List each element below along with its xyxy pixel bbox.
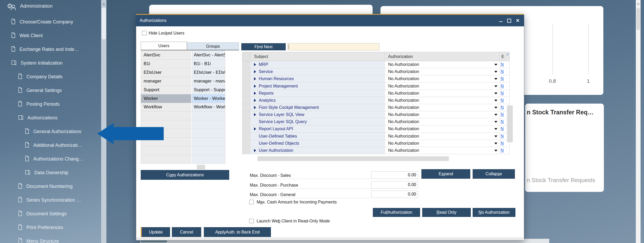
row-selector-cell[interactable] [242, 147, 251, 154]
expand-triangle-icon[interactable] [254, 149, 256, 152]
row-selector-cell[interactable] [242, 140, 251, 147]
authorization-dropdown[interactable]: No Authorization [385, 104, 500, 111]
authorization-link[interactable]: N [501, 69, 504, 74]
user-description-cell[interactable]: EDsUser - EDsU [192, 68, 225, 77]
dropdown-arrow-icon[interactable] [494, 121, 497, 123]
subject-cell[interactable]: Service [251, 68, 385, 75]
dropdown-arrow-icon[interactable] [494, 114, 497, 116]
user-code-cell[interactable]: B1i [141, 60, 192, 68]
expand-triangle-icon[interactable] [254, 85, 256, 88]
authorization-dropdown[interactable]: No Authorization [385, 75, 500, 82]
user-row-empty[interactable] [141, 146, 225, 155]
discount-value-field[interactable]: 0.00 [371, 181, 418, 188]
update-button[interactable]: Update [141, 227, 170, 237]
authorization-link[interactable]: N [501, 76, 504, 81]
authorization-link[interactable]: N [501, 91, 504, 96]
authorization-dropdown[interactable]: No Authorization [385, 82, 500, 89]
sidebar-item-web-client[interactable]: Web Client [0, 29, 101, 42]
launch-web-client-checkbox[interactable] [249, 219, 254, 223]
authorization-dropdown[interactable]: No Authorization [385, 118, 500, 125]
authorization-dropdown[interactable]: No Authorization [385, 61, 500, 68]
sidebar-item-menu-structure[interactable]: Menu Structure [0, 234, 101, 243]
no-authorization-button[interactable]: No Authorization [473, 208, 515, 217]
expand-triangle-icon[interactable] [254, 113, 256, 116]
user-description-cell[interactable]: B1i - B1i [192, 60, 225, 68]
collapse-button[interactable]: Collapse [473, 169, 515, 179]
user-code-cell[interactable] [141, 111, 192, 120]
subject-cell[interactable]: Service Layer SQL Query [251, 118, 385, 125]
user-row-support[interactable]: SupportSupport - Suppo [141, 86, 225, 94]
user-code-cell[interactable]: AlertSvc [141, 51, 192, 59]
full-authorization-button[interactable]: Full Authorization [373, 208, 420, 217]
authorization-column-header[interactable]: Authorization [385, 52, 500, 61]
expand-triangle-icon[interactable] [254, 92, 256, 95]
sidebar-item-posting-periods[interactable]: Posting Periods [0, 97, 101, 111]
sidebar-item-exchange-rates-and-inde[interactable]: Exchange Rates and Inde… [0, 42, 101, 56]
dropdown-arrow-icon[interactable] [494, 100, 497, 101]
read-only-button[interactable]: Read Only [422, 208, 471, 217]
dropdown-arrow-icon[interactable] [494, 128, 497, 130]
sidebar-item-general-authorizations[interactable]: General Authorizations [0, 125, 101, 138]
authorization-link[interactable]: N [501, 84, 504, 89]
user-code-cell[interactable] [141, 146, 192, 155]
dialog-titlebar[interactable]: Authorizations × [136, 15, 524, 26]
tab-users[interactable]: Users [141, 42, 187, 50]
sidebar-header[interactable]: ⚙ Administration [0, 0, 101, 12]
sidebar-item-authorizations[interactable]: Authorizations [0, 111, 101, 125]
row-selector-cell[interactable] [242, 118, 251, 125]
user-code-cell[interactable]: Workflow [141, 103, 192, 111]
authorization-link[interactable]: N [501, 98, 504, 103]
sidebar-item-choose-create-company[interactable]: Choose/Create Company [0, 15, 101, 29]
user-code-cell[interactable]: Worker [141, 94, 192, 103]
row-selector-cell[interactable] [242, 90, 251, 97]
dropdown-arrow-icon[interactable] [494, 85, 497, 87]
maximize-icon[interactable] [507, 19, 511, 23]
user-code-cell[interactable]: EDsUser [141, 68, 192, 77]
cancel-button[interactable]: Cancel [172, 227, 201, 237]
scrollbar-thumb[interactable] [102, 7, 106, 40]
sidebar-scrollbar[interactable] [101, 0, 106, 243]
authorization-dropdown[interactable]: No Authorization [385, 68, 500, 75]
subject-cell[interactable]: User Authorization [251, 147, 385, 154]
row-selector-cell[interactable] [242, 97, 251, 104]
authorization-link[interactable]: N [501, 134, 504, 139]
row-selector-cell[interactable] [242, 133, 251, 140]
user-description-cell[interactable]: AlertSvc - AlertS [192, 51, 225, 59]
table-vscroll-thumb[interactable] [507, 105, 513, 142]
row-selector-cell[interactable] [242, 75, 251, 82]
sidebar-item-system-initialization[interactable]: System Initialization [0, 56, 101, 70]
sidebar-item-data-ownership[interactable]: Data Ownership [0, 166, 101, 179]
expand-corner-icon[interactable]: ↗ [506, 52, 509, 57]
user-description-cell[interactable] [192, 120, 225, 129]
dropdown-arrow-icon[interactable] [494, 143, 497, 144]
authorization-dropdown[interactable]: No Authorization [385, 111, 500, 118]
find-input[interactable] [288, 43, 379, 50]
user-description-cell[interactable] [192, 155, 225, 163]
sidebar-item-general-settings[interactable]: General Settings [0, 84, 101, 97]
subject-cell[interactable]: User-Defined Objects [251, 140, 385, 147]
sidebar-item-document-numbering[interactable]: Document Numbering [0, 179, 101, 193]
authorization-link[interactable]: N [501, 62, 504, 67]
authorization-link[interactable]: N [501, 141, 504, 146]
user-row-alertsvc[interactable]: AlertSvcAlertSvc - AlertS [141, 51, 225, 60]
authorization-dropdown[interactable]: No Authorization [385, 147, 500, 154]
tab-groups[interactable]: Groups [187, 42, 239, 50]
subject-cell[interactable]: Project Management [251, 82, 385, 89]
expand-button[interactable]: Expand [421, 169, 470, 179]
expand-triangle-icon[interactable] [254, 99, 256, 102]
user-description-cell[interactable]: Support - Suppo [192, 86, 225, 94]
user-row-manager[interactable]: managermanager - mana [141, 77, 225, 86]
scroll-up-icon[interactable] [102, 3, 105, 5]
sidebar-item-series-synchronization[interactable]: Series Synchronization … [0, 193, 101, 207]
user-code-cell[interactable]: manager [141, 77, 192, 85]
discount-value-field[interactable]: 0.00 [371, 171, 418, 179]
expand-triangle-icon[interactable] [254, 127, 256, 130]
user-row-empty[interactable] [141, 111, 225, 120]
sidebar-item-additional-authorizati[interactable]: Additional Authorizati… [0, 138, 101, 152]
close-icon[interactable]: × [516, 18, 519, 23]
authorization-dropdown[interactable]: No Authorization [385, 90, 500, 97]
subject-cell[interactable]: MRP [251, 61, 385, 68]
row-selector-cell[interactable] [242, 104, 251, 111]
dropdown-arrow-icon[interactable] [494, 64, 497, 66]
authorization-dropdown[interactable]: No Authorization [385, 133, 500, 140]
